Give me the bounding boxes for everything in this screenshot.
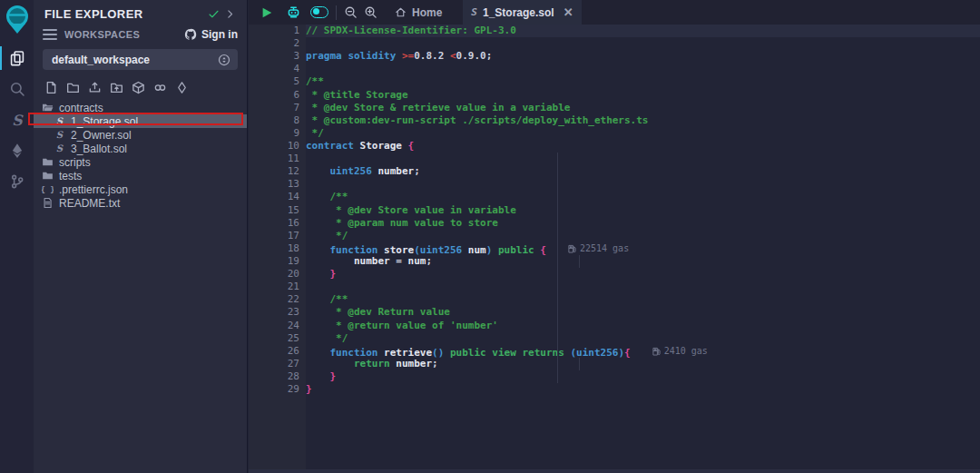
tab-home[interactable]: Home	[387, 0, 450, 25]
code-line-8[interactable]: * @custom:dev-run-script ./scripts/deplo…	[306, 114, 980, 127]
workspaces-row: WORKSPACES Sign in	[34, 25, 247, 44]
code-line-14[interactable]: /**	[306, 191, 980, 203]
chevron-right-icon[interactable]	[221, 5, 238, 22]
line-number: 19	[249, 255, 299, 268]
workspaces-menu-icon[interactable]	[43, 29, 57, 40]
line-number: 16	[249, 217, 299, 230]
code-line-18[interactable]: function store(uint256 num) public {2251…	[306, 242, 980, 255]
code-line-7[interactable]: * @dev Store & retrieve value in a varia…	[306, 102, 980, 114]
tab-1-storage-sol[interactable]: S 1_Storage.sol ✕	[463, 0, 581, 25]
code-line-3[interactable]: pragma solidity >=0.8.2 <0.9.0;	[306, 50, 980, 63]
solidity-compiler-icon[interactable]: S	[0, 106, 34, 133]
search-icon[interactable]	[0, 75, 34, 103]
solidity-badge-icon[interactable]	[175, 81, 189, 94]
deploy-run-icon[interactable]	[0, 137, 34, 164]
check-icon[interactable]	[205, 5, 221, 22]
line-number: 24	[249, 320, 299, 332]
line-number: 2	[249, 37, 299, 50]
file-explorer-header: FILE EXPLORER	[34, 0, 247, 25]
line-number: 22	[249, 293, 299, 306]
sol-icon: S	[54, 143, 65, 154]
code-line-24[interactable]: * @return value of 'number'	[306, 320, 980, 332]
line-number: 20	[249, 268, 299, 281]
run-script-icon[interactable]	[260, 6, 273, 19]
code-line-17[interactable]: */	[306, 230, 980, 242]
activity-bar: S	[0, 0, 34, 473]
tree-item-3-ballot-sol[interactable]: S3_Ballot.sol	[34, 142, 247, 155]
code-line-2[interactable]	[306, 37, 980, 50]
file-explorer-icon[interactable]	[0, 44, 34, 72]
code-line-12[interactable]: uint256 number;	[306, 165, 980, 178]
tree-item-tests[interactable]: tests	[34, 169, 247, 182]
code-line-6[interactable]: * @title Storage	[306, 89, 980, 102]
svg-text:{ }: { }	[42, 185, 54, 194]
code-editor[interactable]: 1234567891011121314151617181920212223242…	[249, 25, 980, 473]
line-number: 29	[249, 383, 299, 396]
code-line-15[interactable]: * @dev Store value in variable	[306, 204, 980, 217]
line-number: 3	[249, 50, 299, 63]
code-line-1[interactable]: // SPDX-License-Identifier: GPL-3.0	[306, 25, 980, 37]
github-icon	[184, 28, 197, 41]
folder-icon	[42, 170, 54, 182]
code-line-16[interactable]: * @param num value to store	[306, 217, 980, 230]
file-tree: contractsS1_Storage.solS2_Owner.solS3_Ba…	[34, 101, 247, 210]
code-line-4[interactable]	[306, 63, 980, 75]
link-icon[interactable]	[153, 81, 167, 94]
file-label: 2_Owner.sol	[71, 129, 132, 142]
horizontal-scrollbar[interactable]	[249, 469, 980, 473]
code-line-28[interactable]: }	[306, 370, 980, 383]
zoom-out-icon[interactable]	[344, 5, 358, 19]
tree-item-readme-txt[interactable]: README.txt	[34, 196, 247, 210]
solidity-file-icon: S	[471, 6, 477, 18]
tree-item-scripts[interactable]: scripts	[34, 155, 247, 169]
line-number: 21	[249, 281, 299, 293]
tree-item-contracts[interactable]: contracts	[34, 101, 247, 114]
explorer-toolbar	[34, 73, 247, 101]
code-line-10[interactable]: contract Storage {	[306, 140, 980, 153]
git-icon[interactable]	[0, 168, 34, 195]
sol-icon: S	[54, 129, 65, 141]
code-line-23[interactable]: * @dev Return value	[306, 306, 980, 319]
code-line-19[interactable]: number = num;	[306, 255, 980, 268]
editor-toolbar: Home S 1_Storage.sol ✕	[249, 0, 980, 25]
line-numbers: 1234567891011121314151617181920212223242…	[249, 25, 299, 396]
indent-guide	[579, 358, 580, 370]
file-icon	[42, 197, 54, 209]
tree-item-1-storage-sol[interactable]: S1_Storage.sol	[34, 114, 247, 128]
file-label: 1_Storage.sol	[71, 115, 138, 128]
line-number: 15	[249, 204, 299, 217]
stepper-icon	[218, 54, 230, 66]
json-icon: { }	[42, 183, 54, 195]
code-line-21[interactable]	[306, 281, 980, 293]
close-tab-icon[interactable]: ✕	[564, 5, 573, 19]
svg-text:S: S	[56, 129, 64, 140]
code-line-25[interactable]: */	[306, 332, 980, 345]
line-number: 11	[249, 153, 299, 165]
sign-in-button[interactable]: Sign in	[184, 28, 238, 41]
code-line-22[interactable]: /**	[306, 293, 980, 306]
new-file-icon[interactable]	[44, 81, 58, 94]
new-folder-icon[interactable]	[66, 81, 80, 94]
upload-file-icon[interactable]	[88, 81, 102, 94]
code-line-29[interactable]: }	[306, 383, 980, 396]
upload-folder-icon[interactable]	[110, 81, 123, 94]
code-line-11[interactable]	[306, 153, 980, 165]
code-line-20[interactable]: }	[306, 268, 980, 281]
workspace-select[interactable]: default_workspace	[43, 49, 238, 70]
remix-logo-icon[interactable]	[4, 5, 31, 35]
zoom-in-icon[interactable]	[364, 5, 377, 19]
line-number: 23	[249, 306, 299, 319]
ai-assistant-icon[interactable]	[286, 5, 301, 20]
tree-item--prettierrc-json[interactable]: { }.prettierrc.json	[34, 182, 247, 196]
code-line-26[interactable]: function retrieve() public view returns …	[306, 345, 980, 358]
code-line-13[interactable]	[306, 178, 980, 191]
ai-toggle[interactable]	[310, 6, 328, 18]
code-line-9[interactable]: */	[306, 127, 980, 140]
cube-icon[interactable]	[132, 81, 145, 94]
code-line-5[interactable]: /**	[306, 75, 980, 88]
line-number: 17	[249, 230, 299, 242]
workspaces-label: WORKSPACES	[64, 29, 184, 40]
code-line-27[interactable]: return number;	[306, 358, 980, 370]
panel-title: FILE EXPLORER	[44, 7, 205, 21]
tree-item-2-owner-sol[interactable]: S2_Owner.sol	[34, 128, 247, 142]
